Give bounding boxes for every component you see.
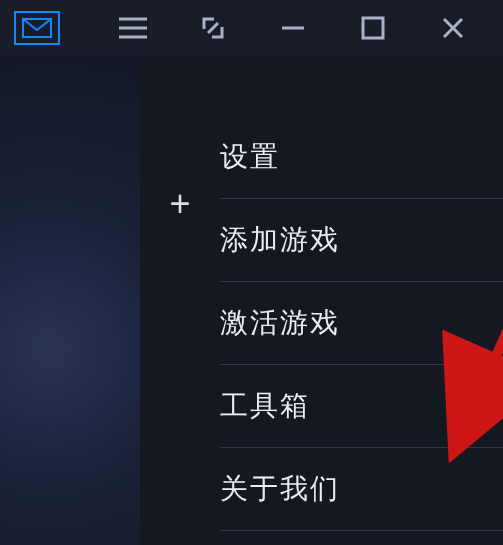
menu-item-toolbox[interactable]: 工具箱	[220, 364, 503, 447]
menu-item-add-game[interactable]: 添加游戏	[220, 198, 503, 281]
menu-item-about[interactable]: 关于我们	[220, 447, 503, 530]
menu-item-label: 工具箱	[220, 390, 310, 421]
hamburger-icon	[119, 16, 147, 40]
close-button[interactable]	[433, 8, 473, 48]
maximize-button[interactable]	[353, 8, 393, 48]
plus-column: +	[140, 56, 220, 545]
restore-down-button[interactable]	[193, 8, 233, 48]
maximize-icon	[361, 16, 385, 40]
restore-down-icon	[200, 15, 226, 41]
app-body: + 设置 添加游戏 激活游戏 工具箱 关于我们 意见反馈	[0, 56, 503, 545]
add-button[interactable]: +	[169, 186, 190, 222]
main-menu: 设置 添加游戏 激活游戏 工具箱 关于我们 意见反馈	[220, 56, 503, 545]
menu-item-feedback[interactable]: 意见反馈	[220, 530, 503, 545]
menu-item-activate[interactable]: 激活游戏	[220, 281, 503, 364]
svg-rect-6	[363, 18, 383, 38]
hamburger-menu-button[interactable]	[113, 8, 153, 48]
window-titlebar	[0, 0, 503, 56]
mail-button[interactable]	[14, 11, 60, 45]
menu-item-label: 关于我们	[220, 473, 340, 504]
menu-item-label: 设置	[220, 141, 280, 172]
dropdown-panel: + 设置 添加游戏 激活游戏 工具箱 关于我们 意见反馈	[140, 56, 503, 545]
minimize-icon	[280, 15, 306, 41]
left-panel-artwork	[0, 56, 140, 545]
svg-line-4	[208, 23, 218, 33]
menu-item-label: 激活游戏	[220, 307, 340, 338]
minimize-button[interactable]	[273, 8, 313, 48]
mail-icon	[22, 18, 52, 38]
menu-item-settings[interactable]: 设置	[220, 116, 503, 198]
close-icon	[441, 16, 465, 40]
menu-item-label: 添加游戏	[220, 224, 340, 255]
